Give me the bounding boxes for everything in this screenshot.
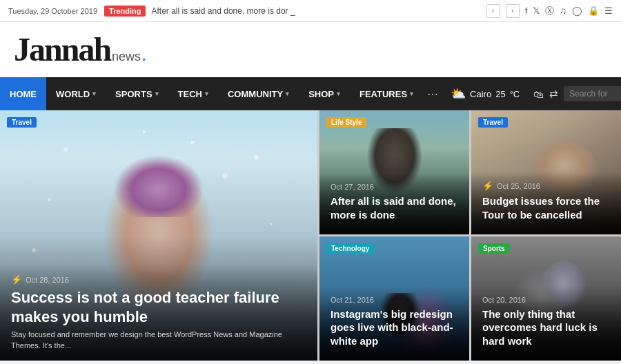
weather-city: Cairo: [470, 89, 491, 99]
card-category-badge: Travel: [7, 117, 37, 128]
card-title: Instagram's big redesign goes live with …: [331, 307, 458, 348]
chevron-down-icon: ▾: [337, 90, 340, 97]
nav-home[interactable]: HOME: [0, 77, 46, 110]
weather-unit: °C: [510, 89, 520, 99]
nav-sports[interactable]: SPORTS ▾: [106, 77, 168, 110]
card-content: Oct 21, 2016 Instagram's big redesign go…: [319, 286, 469, 361]
card-date: ⚡ Oct 25, 2016: [482, 181, 610, 191]
card-date: Oct 21, 2016: [331, 296, 458, 304]
nav-right-icons: 🛍 ⇄: [528, 88, 564, 100]
card-category-badge: Technology: [326, 243, 374, 254]
prev-arrow[interactable]: ‹: [486, 4, 500, 18]
soundcloud-icon[interactable]: ♫: [560, 6, 566, 16]
card-excerpt: Stay focused and remember we design the …: [11, 330, 306, 351]
featured-card[interactable]: Travel ⚡ Oct 28, 2016 Success is not a g…: [0, 110, 317, 361]
chevron-down-icon: ▾: [410, 90, 413, 97]
twitter-icon[interactable]: 𝕏: [533, 6, 540, 16]
card-title: After all is said and done, more is done: [331, 194, 458, 221]
nav-community[interactable]: COMMUNITY ▾: [218, 77, 299, 110]
card-title: The only thing that overcomes hard luck …: [482, 307, 610, 348]
date-label: Tuesday, 29 October 2019: [8, 7, 97, 15]
card-category-badge: Travel: [478, 117, 508, 128]
card-content: Oct 20, 2016 The only thing that overcom…: [471, 286, 621, 361]
card-top-right[interactable]: Travel ⚡ Oct 25, 2016 Budget issues forc…: [471, 110, 621, 234]
instagram-icon[interactable]: ◯: [572, 6, 582, 16]
nav-bar: HOME WORLD ▾ SPORTS ▾ TECH ▾ COMMUNITY ▾…: [0, 77, 621, 110]
card-date: Oct 20, 2016: [482, 296, 610, 304]
card-title: Budget issues force the Tour to be cance…: [482, 194, 610, 221]
card-date: Oct 27, 2016: [331, 183, 458, 191]
trending-badge: Trending: [104, 6, 146, 17]
logo[interactable]: Jannah news .: [14, 33, 147, 66]
trending-text: After all is said and done, more is dor …: [151, 6, 486, 16]
pinterest-icon[interactable]: Ⓧ: [545, 5, 554, 17]
card-content: ⚡ Oct 28, 2016 Success is not a good tea…: [0, 265, 317, 361]
card-date: ⚡ Oct 28, 2016: [11, 274, 306, 285]
top-bar-right: ‹ › f 𝕏 Ⓧ ♫ ◯ 🔒 ☰: [486, 4, 613, 18]
logo-bar: Jannah news .: [0, 22, 621, 77]
weather-widget: ⛅ Cairo 25 °C: [442, 86, 528, 101]
bag-icon[interactable]: 🛍: [533, 88, 544, 100]
logo-dot: .: [141, 41, 147, 66]
menu-icon[interactable]: ☰: [604, 6, 613, 16]
shuffle-icon[interactable]: ⇄: [549, 88, 558, 100]
next-arrow[interactable]: ›: [506, 4, 520, 18]
card-top-mid[interactable]: Life Style Oct 27, 2016 After all is sai…: [319, 110, 469, 234]
weather-temp: 25: [495, 89, 505, 99]
nav-tech[interactable]: TECH ▾: [168, 77, 218, 110]
chevron-down-icon: ▾: [92, 90, 96, 97]
card-category-badge: Sports: [478, 243, 510, 254]
logo-main: Jannah: [14, 33, 110, 66]
lightning-icon: ⚡: [482, 181, 493, 191]
card-bot-right[interactable]: Sports Oct 20, 2016 The only thing that …: [471, 236, 621, 361]
nav-world[interactable]: WORLD ▾: [46, 77, 106, 110]
main-grid: Travel ⚡ Oct 28, 2016 Success is not a g…: [0, 110, 621, 361]
weather-icon: ⛅: [451, 86, 466, 101]
search-area[interactable]: 🔍: [564, 86, 621, 101]
top-bar: Tuesday, 29 October 2019 Trending After …: [0, 0, 621, 22]
logo-sub: news: [112, 50, 141, 64]
nav-shop[interactable]: SHOP ▾: [299, 77, 350, 110]
card-bot-mid[interactable]: Technology Oct 21, 2016 Instagram's big …: [319, 236, 469, 361]
lightning-icon: ⚡: [11, 274, 22, 285]
more-options[interactable]: ⋯: [423, 88, 442, 101]
chevron-down-icon: ▾: [155, 90, 159, 97]
chevron-down-icon: ▾: [286, 90, 289, 97]
chevron-down-icon: ▾: [205, 90, 208, 97]
card-title: Success is not a good teacher failure ma…: [11, 288, 306, 326]
nav-features[interactable]: FEATURES ▾: [350, 77, 423, 110]
card-category-badge: Life Style: [326, 117, 366, 128]
card-content: Oct 27, 2016 After all is said and done,…: [319, 173, 469, 234]
card-content: ⚡ Oct 25, 2016 Budget issues force the T…: [471, 171, 621, 234]
lock-icon[interactable]: 🔒: [588, 6, 599, 16]
facebook-icon[interactable]: f: [525, 6, 528, 16]
search-input[interactable]: [569, 89, 621, 99]
